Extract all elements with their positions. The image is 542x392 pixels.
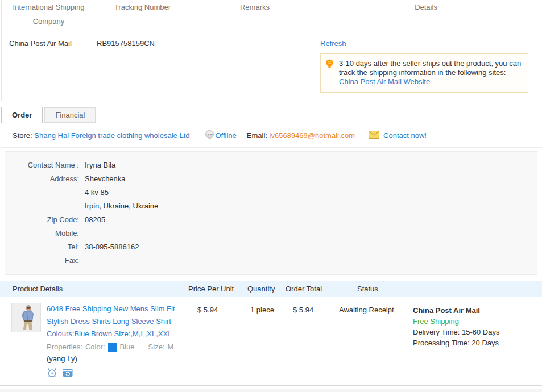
order-totals-bar: Product Amount US $ 5.94 Shipping Cost U…: [0, 389, 542, 392]
product-row: 6048 Free Shipping New Mens Slim Fit Sty…: [0, 297, 542, 386]
free-shipping-text: Free Shipping: [413, 316, 542, 327]
tab-financial[interactable]: Financial: [44, 107, 96, 123]
shipping-method-cell: China Post Air Mail Free Shipping Delive…: [406, 297, 542, 385]
tracking-number-value: RB915758159CN: [96, 39, 189, 93]
shipping-table-row: China Post Air Mail RB915758159CN Refres…: [2, 32, 532, 93]
price-per-unit-cell: $ 5.94: [188, 297, 247, 385]
shipping-method-name: China Post Air Mail: [413, 305, 542, 316]
properties-label: Properties:: [47, 341, 82, 353]
extend-order-icon[interactable]: [63, 368, 73, 379]
tel-value: 38-095-5886162: [85, 240, 139, 254]
header-quantity: Quantity: [247, 285, 286, 293]
tracking-tip-box: 3-10 days after the seller ships out the…: [320, 53, 528, 93]
product-action-icons: [47, 368, 184, 380]
header-price-per-unit: Price Per Unit: [188, 285, 247, 293]
header-status: Status: [357, 285, 406, 293]
offline-status-icon: [205, 130, 214, 140]
carrier-website-link[interactable]: China Post Air Mail Website: [339, 77, 430, 86]
tel-label: Tel:: [5, 240, 79, 254]
address-line-1: Shevchenka: [85, 172, 126, 186]
size-label: Size:: [148, 341, 165, 353]
tip-message: 3-10 days after the seller ships out the…: [339, 59, 521, 77]
contact-row: Contact Name :Iryna Bila: [5, 159, 537, 172]
store-name-link[interactable]: Shang Hai Foreign trade clothing wholesa…: [34, 131, 189, 140]
delivery-time-line: Delivery Time: 15-60 Days: [413, 327, 542, 337]
processing-time-label: Processing Time:: [413, 339, 470, 347]
contact-now-link[interactable]: Contact now!: [383, 131, 427, 140]
envelope-icon: [369, 131, 379, 140]
contact-row: Mobile:: [5, 227, 537, 240]
tab-order[interactable]: Order: [1, 107, 43, 123]
header-details: Details: [320, 0, 532, 28]
header-tracking-number: Tracking Number: [96, 0, 189, 28]
remarks-value: [189, 39, 320, 93]
header-international-shipping-company: International Shipping Company: [2, 0, 96, 28]
contact-now-wrap[interactable]: Contact now!: [369, 131, 427, 140]
processing-time-line: Processing Time: 20 Days: [413, 337, 542, 348]
contact-row: Irpin, Ukraine, Ukraine: [5, 199, 537, 213]
email-link[interactable]: lv65689469@hotmail.com: [270, 131, 355, 140]
refresh-link[interactable]: Refresh: [320, 39, 346, 48]
shipping-company-value: China Post Air Mail: [2, 39, 96, 93]
blank-label: [5, 186, 79, 199]
delivery-time-label: Delivery Time:: [413, 328, 460, 336]
blank-label: [5, 199, 79, 213]
status-cell: Awaiting Receipt: [339, 297, 406, 385]
order-detail-page: International Shipping Company Tracking …: [0, 0, 542, 392]
tip-text: 3-10 days after the seller ships out the…: [339, 59, 522, 86]
order-total-cell: $ 5.94: [286, 297, 339, 385]
store-label: Store:: [13, 131, 32, 140]
product-image[interactable]: [11, 303, 41, 332]
header-remarks: Remarks: [189, 0, 320, 28]
contact-row: 4 kv 85: [5, 186, 537, 199]
product-table-header: Product Details Price Per Unit Quantity …: [0, 281, 542, 297]
color-value: Blue: [120, 341, 135, 353]
header-order-total: Order Total: [286, 285, 357, 293]
zip-code-label: Zip Code:: [5, 213, 79, 227]
contact-address-box: Contact Name :Iryna Bila Address:Shevche…: [5, 151, 537, 275]
contact-name-label: Contact Name :: [5, 159, 79, 172]
product-title-link[interactable]: 6048 Free Shipping New Mens Slim Fit Sty…: [47, 303, 184, 340]
address-label: Address:: [5, 172, 79, 186]
contact-row: Fax:: [5, 254, 537, 268]
zip-code-value: 08205: [85, 213, 105, 227]
buyer-note: (yang Ly): [47, 354, 184, 364]
store-bar: Store: Shang Hai Foreign trade clothing …: [0, 123, 542, 148]
delivery-time-value: 15-60 Days: [462, 328, 499, 336]
detail-tabs: Order Financial: [1, 107, 542, 123]
shipping-table-header: International Shipping Company Tracking …: [2, 0, 532, 32]
shipping-info-panel: International Shipping Company Tracking …: [1, 0, 532, 101]
product-info: 6048 Free Shipping New Mens Slim Fit Sty…: [47, 303, 184, 380]
product-properties: Properties: Color: Blue Size: M: [47, 341, 184, 353]
contact-row: Address:Shevchenka: [5, 172, 537, 186]
processing-time-value: 20 Days: [471, 339, 499, 347]
seller-status[interactable]: Offline: [205, 130, 236, 140]
quantity-cell: 1 piece: [247, 297, 286, 385]
bulb-icon: [325, 59, 334, 86]
fax-label: Fax:: [5, 254, 79, 268]
mobile-label: Mobile:: [5, 227, 79, 240]
details-cell: Refresh 3-10 days after the seller ships…: [320, 39, 532, 93]
color-swatch: [108, 343, 117, 352]
header-product-details: Product Details: [0, 285, 188, 293]
color-label: Color:: [85, 341, 105, 353]
offline-status-text: Offline: [215, 131, 236, 140]
contact-row: Zip Code:08205: [5, 213, 537, 227]
product-details-cell: 6048 Free Shipping New Mens Slim Fit Sty…: [0, 297, 188, 385]
contact-row: Tel:38-095-5886162: [5, 240, 537, 254]
reminder-clock-icon[interactable]: [47, 368, 57, 380]
email-row: Email: lv65689469@hotmail.com: [247, 131, 355, 140]
address-line-3: Irpin, Ukraine, Ukraine: [85, 199, 158, 213]
size-value: M: [168, 341, 174, 353]
address-line-2: 4 kv 85: [85, 186, 109, 199]
panel-separator: [0, 101, 542, 101]
contact-name-value: Iryna Bila: [85, 159, 115, 172]
email-label: Email:: [247, 131, 267, 140]
